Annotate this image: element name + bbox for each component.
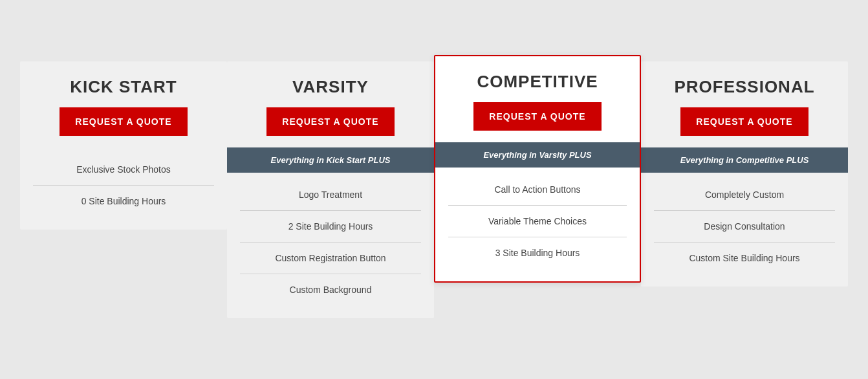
plan-title-competitive: COMPETITIVE [448,72,627,92]
pricing-container: KICK STARTREQUEST A QUOTEExclusive Stock… [14,61,854,318]
request-quote-button-kick-start[interactable]: REQUEST A QUOTE [60,107,187,136]
feature-item: Call to Action Buttons [448,174,627,206]
plan-subtitle-competitive: Everything in Varsity PLUS [435,142,640,168]
feature-item: Custom Site Building Hours [654,243,835,274]
feature-item: Design Consultation [654,211,835,243]
feature-item: Custom Background [240,274,421,305]
feature-item: 0 Site Building Hours [33,186,214,217]
feature-item: Logo Treatment [240,179,421,211]
plan-card-varsity: VARSITYREQUEST A QUOTEEverything in Kick… [227,61,434,318]
plan-subtitle-professional: Everything in Competitive PLUS [641,147,848,173]
plan-features-professional: Completely CustomDesign ConsultationCust… [641,173,848,287]
plan-title-varsity: VARSITY [240,77,421,97]
request-quote-button-professional[interactable]: REQUEST A QUOTE [680,107,808,136]
plan-title-professional: PROFESSIONAL [654,77,835,97]
feature-item: 2 Site Building Hours [240,211,421,243]
plan-header-varsity: VARSITYREQUEST A QUOTE [227,61,434,147]
plan-card-kick-start: KICK STARTREQUEST A QUOTEExclusive Stock… [20,61,227,230]
feature-item: Custom Registration Button [240,243,421,274]
feature-item: Variable Theme Choices [448,206,627,237]
feature-item: Completely Custom [654,179,835,211]
plan-features-competitive: Call to Action ButtonsVariable Theme Cho… [435,168,640,281]
plan-header-professional: PROFESSIONALREQUEST A QUOTE [641,61,848,147]
request-quote-button-competitive[interactable]: REQUEST A QUOTE [473,102,601,131]
plan-card-competitive: COMPETITIVEREQUEST A QUOTEEverything in … [434,55,641,283]
plan-features-varsity: Logo Treatment2 Site Building HoursCusto… [227,173,434,318]
plan-header-kick-start: KICK STARTREQUEST A QUOTE [20,61,227,147]
feature-item: Exclusive Stock Photos [33,154,214,186]
plan-header-competitive: COMPETITIVEREQUEST A QUOTE [435,56,640,142]
feature-item: 3 Site Building Hours [448,237,627,268]
plan-subtitle-varsity: Everything in Kick Start PLUS [227,147,434,173]
plan-card-professional: PROFESSIONALREQUEST A QUOTEEverything in… [641,61,848,287]
plan-features-kick-start: Exclusive Stock Photos0 Site Building Ho… [20,147,227,230]
plan-title-kick-start: KICK START [33,77,214,97]
request-quote-button-varsity[interactable]: REQUEST A QUOTE [266,107,394,136]
